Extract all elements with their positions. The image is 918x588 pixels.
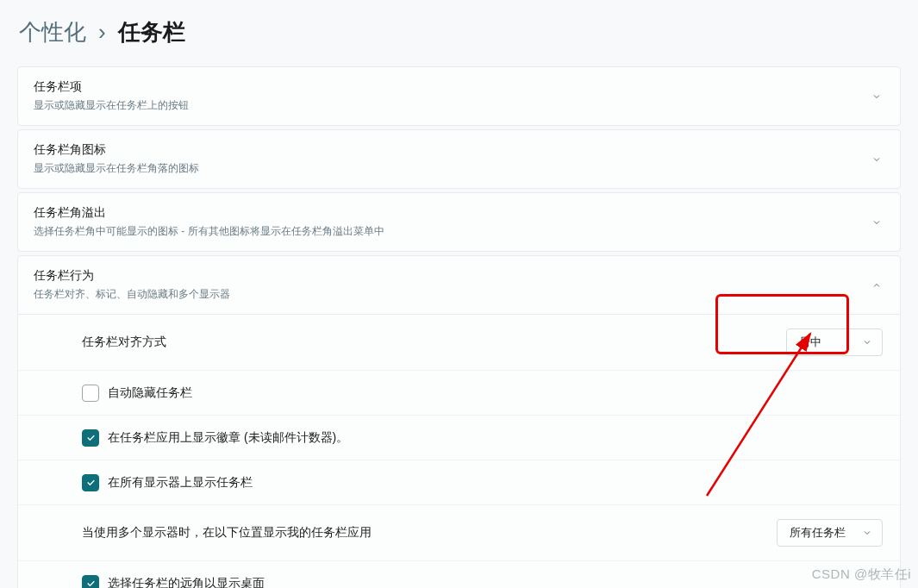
alignment-dropdown[interactable]: 居中: [786, 328, 883, 356]
section-subtitle: 选择任务栏角中可能显示的图标 - 所有其他图标将显示在任务栏角溢出菜单中: [34, 224, 384, 239]
section-subtitle: 显示或隐藏显示在任务栏角落的图标: [34, 161, 199, 176]
section-title: 任务栏角图标: [34, 142, 199, 158]
autohide-checkbox[interactable]: [82, 385, 99, 402]
row-multi-monitor: 当使用多个显示器时，在以下位置显示我的任务栏应用 所有任务栏: [18, 504, 900, 560]
row-label: 自动隐藏任务栏: [108, 385, 192, 401]
all-monitors-checkbox[interactable]: [82, 474, 99, 491]
row-label: 当使用多个显示器时，在以下位置显示我的任务栏应用: [82, 525, 372, 541]
section-taskbar-behavior[interactable]: 任务栏行为 任务栏对齐、标记、自动隐藏和多个显示器: [17, 255, 901, 315]
section-title: 任务栏行为: [34, 268, 230, 284]
breadcrumb-current: 任务栏: [118, 17, 185, 47]
chevron-down-icon: [861, 336, 873, 348]
section-subtitle: 显示或隐藏显示在任务栏上的按钮: [34, 98, 189, 113]
breadcrumb-parent[interactable]: 个性化: [19, 17, 86, 47]
row-all-monitors: 在所有显示器上显示任务栏: [18, 460, 900, 504]
chevron-down-icon: [871, 216, 883, 228]
chevron-up-icon: [871, 279, 883, 291]
row-label: 在所有显示器上显示任务栏: [108, 475, 253, 491]
chevron-down-icon: [871, 91, 883, 103]
watermark: CSDN @牧羊任i: [812, 566, 911, 583]
row-badges: 在任务栏应用上显示徽章 (未读邮件计数器)。: [18, 415, 900, 460]
row-label: 选择任务栏的远角以显示桌面: [108, 576, 265, 589]
row-label: 任务栏对齐方式: [82, 335, 166, 350]
chevron-down-icon: [871, 153, 883, 166]
dropdown-value: 居中: [799, 335, 821, 350]
row-far-corner: 选择任务栏的远角以显示桌面: [18, 560, 900, 588]
chevron-down-icon: [861, 527, 873, 539]
dropdown-value: 所有任务栏: [790, 525, 846, 541]
section-taskbar-items[interactable]: 任务栏项 显示或隐藏显示在任务栏上的按钮: [17, 66, 901, 126]
section-title: 任务栏角溢出: [34, 205, 384, 221]
far-corner-checkbox[interactable]: [82, 575, 99, 589]
multi-monitor-dropdown[interactable]: 所有任务栏: [777, 519, 883, 547]
breadcrumb: 个性化 › 任务栏: [0, 0, 918, 66]
behavior-panel: 任务栏对齐方式 居中 自动隐藏任务栏 在任务栏应用上显示徽章 (未读邮件计数器)…: [17, 315, 901, 588]
section-corner-overflow[interactable]: 任务栏角溢出 选择任务栏角中可能显示的图标 - 所有其他图标将显示在任务栏角溢出…: [17, 192, 901, 252]
breadcrumb-separator: ›: [98, 19, 106, 46]
section-subtitle: 任务栏对齐、标记、自动隐藏和多个显示器: [34, 287, 230, 302]
row-alignment: 任务栏对齐方式 居中: [18, 315, 900, 370]
row-autohide: 自动隐藏任务栏: [18, 370, 900, 415]
section-corner-icons[interactable]: 任务栏角图标 显示或隐藏显示在任务栏角落的图标: [17, 129, 901, 189]
badges-checkbox[interactable]: [82, 429, 99, 447]
row-label: 在任务栏应用上显示徽章 (未读邮件计数器)。: [108, 430, 348, 446]
section-title: 任务栏项: [34, 79, 189, 95]
